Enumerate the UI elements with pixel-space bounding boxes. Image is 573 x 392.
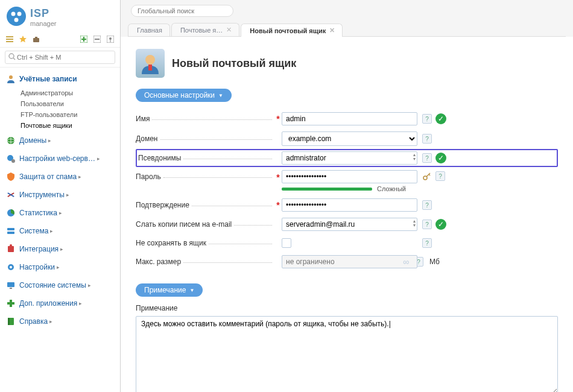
note-label: Примечание xyxy=(136,304,558,312)
chevron-right-icon: ▸ xyxy=(78,174,81,180)
tab-mailboxes[interactable]: Почтовые я…✕ xyxy=(171,23,239,36)
aliases-input[interactable] xyxy=(282,151,417,165)
sidebar-item-stats[interactable]: Статистика▸ xyxy=(0,204,120,221)
svg-point-18 xyxy=(9,54,14,58)
sidebar-search-input[interactable] xyxy=(16,52,112,62)
help-icon[interactable]: ? xyxy=(435,171,445,181)
brand-manager: manager xyxy=(30,20,56,27)
row-domain: Домен example.com ? xyxy=(136,128,558,149)
domain-select[interactable]: example.com xyxy=(282,131,417,146)
tabs: Главная Почтовые я…✕ Новый почтовый ящик… xyxy=(128,23,566,37)
toolbar-list-icon[interactable] xyxy=(5,34,14,44)
sidebar-search[interactable] xyxy=(5,51,115,64)
chevron-right-icon: ▸ xyxy=(59,210,62,216)
sidebar-item-help[interactable]: Справка▸ xyxy=(0,313,120,330)
svg-point-0 xyxy=(7,7,26,26)
password-input[interactable] xyxy=(282,170,417,183)
row-password: Пароль * Сложный ? xyxy=(136,167,558,195)
section-main-settings[interactable]: Основные настройки ▼ xyxy=(136,89,232,102)
svg-rect-8 xyxy=(33,38,39,42)
svg-point-1 xyxy=(11,12,16,16)
gear-icon xyxy=(6,262,16,272)
global-search-input[interactable] xyxy=(131,5,233,17)
row-confirm: Подтверждение * ? xyxy=(136,195,558,215)
svg-point-34 xyxy=(10,266,12,268)
sidebar-item-antispam[interactable]: Защита от спама▸ xyxy=(0,168,120,185)
svg-rect-29 xyxy=(7,228,14,230)
briefcase-icon[interactable] xyxy=(31,34,41,44)
sidebar-sub-ftp[interactable]: FTP-пользователи xyxy=(18,109,120,120)
sidebar-sub-users[interactable]: Пользователи xyxy=(18,98,120,109)
topbar: Главная Почтовые я…✕ Новый почтовый ящик… xyxy=(121,0,573,37)
name-input[interactable] xyxy=(282,112,417,125)
help-icon[interactable]: ? xyxy=(422,238,432,248)
confirm-input[interactable] xyxy=(282,198,417,212)
sidebar-sub-mailboxes[interactable]: Почтовые ящики xyxy=(18,120,120,131)
star-icon[interactable] xyxy=(18,34,28,44)
help-icon[interactable]: ? xyxy=(422,134,432,144)
note-textarea[interactable] xyxy=(136,316,558,392)
plus-icon[interactable] xyxy=(79,34,89,44)
minus-icon[interactable] xyxy=(92,34,102,44)
sidebar-item-accounts[interactable]: Учётные записи xyxy=(0,71,120,87)
sidebar-item-integration[interactable]: Интеграция▸ xyxy=(0,241,120,258)
section-note[interactable]: Примечание ▼ xyxy=(136,283,203,297)
chevron-right-icon: ▸ xyxy=(57,264,60,270)
globe-gear-icon xyxy=(6,154,16,163)
row-name: Имя * ? ✓ xyxy=(136,109,558,128)
tools-icon xyxy=(6,190,16,200)
copies-input[interactable] xyxy=(282,218,417,231)
search-icon xyxy=(8,53,16,62)
svg-rect-31 xyxy=(8,246,14,252)
sidebar-sub-admins[interactable]: Администраторы xyxy=(18,87,120,98)
pin-icon[interactable] xyxy=(106,34,115,44)
tab-new-mailbox[interactable]: Новый почтовый ящик✕ xyxy=(241,24,343,37)
shield-icon xyxy=(6,172,16,182)
sidebar-item-tools[interactable]: Инструменты▸ xyxy=(0,186,120,203)
svg-point-3 xyxy=(14,18,19,22)
unit-label: Мб xyxy=(429,258,440,266)
sidebar-item-websettings[interactable]: Настройки web-серв…▸ xyxy=(0,150,120,167)
logo-area: ISP manager xyxy=(0,0,120,31)
sidebar: ISP manager Учётные зап xyxy=(0,0,121,392)
svg-line-19 xyxy=(13,58,15,60)
chevron-right-icon: ▸ xyxy=(79,300,82,306)
spinner-icon[interactable]: ▴▾ xyxy=(413,219,416,227)
required-mark: * xyxy=(274,114,282,124)
chevron-right-icon: ▸ xyxy=(49,318,52,324)
key-icon[interactable] xyxy=(422,171,432,181)
help-icon[interactable]: ? xyxy=(422,114,432,124)
tab-home[interactable]: Главная xyxy=(128,24,170,36)
svg-rect-35 xyxy=(7,282,14,287)
sidebar-item-domains[interactable]: Домены▸ xyxy=(0,132,120,149)
row-copies: Слать копии писем на e-mail ▴▾ ? ✓ xyxy=(136,215,558,234)
check-ok-icon: ✓ xyxy=(435,153,446,163)
maxsize-input[interactable] xyxy=(282,255,417,268)
sidebar-item-settings[interactable]: Настройки▸ xyxy=(0,259,120,276)
sidebar-toolbar xyxy=(0,31,120,48)
row-nosave: Не сохранять в ящик ? xyxy=(136,234,558,252)
svg-rect-30 xyxy=(7,232,14,234)
close-icon[interactable]: ✕ xyxy=(226,26,232,34)
chevron-right-icon: ▸ xyxy=(50,228,53,234)
sidebar-item-sysstate[interactable]: Состояние системы▸ xyxy=(0,277,120,294)
help-icon[interactable]: ? xyxy=(422,200,432,210)
chevron-down-icon: ▼ xyxy=(218,93,223,98)
chevron-right-icon: ▸ xyxy=(88,282,91,288)
help-icon[interactable]: ? xyxy=(422,153,432,163)
svg-point-20 xyxy=(9,75,13,79)
svg-point-16 xyxy=(109,37,112,40)
svg-point-32 xyxy=(10,244,12,247)
svg-point-41 xyxy=(145,55,155,65)
close-icon[interactable]: ✕ xyxy=(329,27,335,34)
sidebar-item-addons[interactable]: Доп. приложения▸ xyxy=(0,295,120,312)
globe-icon xyxy=(6,136,16,145)
help-icon[interactable]: ? xyxy=(422,220,432,229)
nosave-checkbox[interactable] xyxy=(282,238,291,248)
form-main: Имя * ? ✓ Домен example.com ? Псевдонимы xyxy=(136,109,558,271)
spinner-icon[interactable]: ▴▾ xyxy=(413,153,416,161)
chevron-right-icon: ▸ xyxy=(97,156,100,162)
server-icon xyxy=(6,226,16,236)
sidebar-item-system[interactable]: Система▸ xyxy=(0,223,120,239)
password-strength-bar xyxy=(282,188,372,191)
